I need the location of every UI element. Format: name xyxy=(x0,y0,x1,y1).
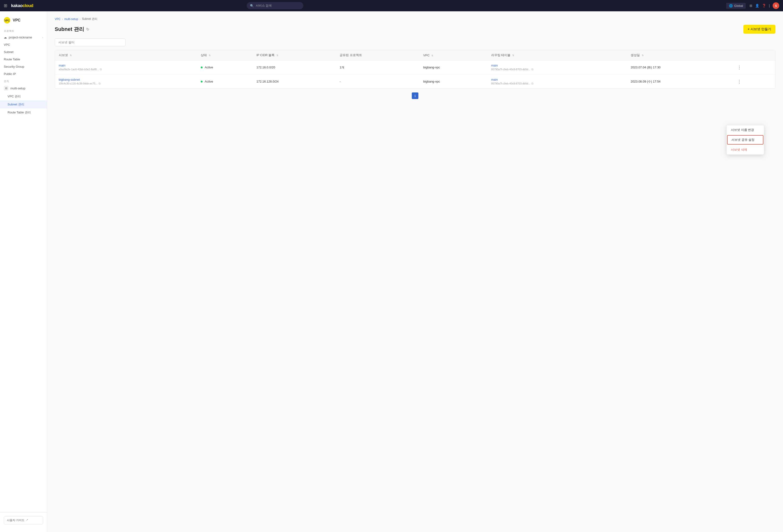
subnet-table: 서브넷 ⇅ 상태 ⇅ IP CIDR 블록 ⇅ 공유된 프로젝트 VPC ⇅ 라… xyxy=(55,50,776,89)
cell-cidr-1: 172.16.0.0/20 xyxy=(253,60,336,74)
breadcrumb-sep-1: › xyxy=(62,18,63,21)
table-row: main a0ed9a2e-1ac6-42bb-b3e2-fbdf8... ⧉ … xyxy=(55,60,775,74)
cell-subnet-1: main a0ed9a2e-1ac6-42bb-b3e2-fbdf8... ⧉ xyxy=(55,60,197,74)
context-menu-delete[interactable]: 서브넷 삭제 xyxy=(727,145,764,154)
top-navigation: ⊞ kakaocloud 🔍 서비스 검색 🌐 Global ⊞ 👤 ❓ | S xyxy=(0,0,783,11)
divider-icon: | xyxy=(769,4,770,7)
sidebar-label-subnet: Subnet xyxy=(4,50,13,54)
col-vpc[interactable]: VPC ⇅ xyxy=(419,50,488,60)
col-route[interactable]: 라우팅 테이블 ⇅ xyxy=(488,50,627,60)
region-selector[interactable]: 🌐 Global xyxy=(726,3,746,9)
context-menu: 서브넷 이름 변경 서브넷 공유 설정 서브넷 삭제 xyxy=(726,125,764,155)
sort-icon-status: ⇅ xyxy=(209,54,211,57)
layout-icon[interactable]: ⊞ xyxy=(750,4,752,7)
col-actions xyxy=(731,50,775,60)
app-logo: kakaocloud xyxy=(11,3,33,8)
page-header: Subnet 관리 ↻ + 서브넷 만들기 xyxy=(55,25,776,34)
sidebar-item-public-ip[interactable]: Public IP xyxy=(0,70,47,77)
search-placeholder: 서비스 검색 xyxy=(256,3,272,8)
page-title: Subnet 관리 ↻ xyxy=(55,26,89,33)
copy-icon-route-2[interactable]: ⧉ xyxy=(531,82,533,85)
more-button-1[interactable]: ⋮ xyxy=(735,64,743,71)
sidebar-item-subnet-mgmt[interactable]: Subnet 관리 xyxy=(0,100,47,108)
cell-actions-1: ⋮ xyxy=(731,60,775,74)
cell-actions-2: ⋮ xyxy=(731,74,775,89)
sidebar-item-subnet[interactable]: Subnet xyxy=(0,48,47,56)
sidebar-footer: 사용자 가이드 ↗ xyxy=(0,512,47,528)
copy-icon-1[interactable]: ⧉ xyxy=(100,68,102,71)
refresh-icon[interactable]: ↻ xyxy=(86,27,89,32)
page-button-1[interactable]: 1 xyxy=(412,92,418,99)
status-dot-2 xyxy=(201,81,202,83)
cell-subnet-2: bigbang-subnet 10fc4c30-c116-4c39-9dde-e… xyxy=(55,74,197,89)
subnet-link-main[interactable]: main xyxy=(59,64,65,67)
cell-status-2: Active xyxy=(197,74,253,89)
main-content: VPC › multi-setup › Subnet 관리 Subnet 관리 … xyxy=(47,11,783,532)
copy-icon-route-1[interactable]: ⧉ xyxy=(531,68,533,71)
search-bar[interactable]: 🔍 서비스 검색 xyxy=(247,2,303,9)
search-icon: 🔍 xyxy=(250,4,254,7)
topnav-right: 🌐 Global ⊞ 👤 ❓ | S xyxy=(726,2,779,9)
route-link-2[interactable]: main xyxy=(491,78,498,81)
cell-route-1: main 95790a7f-c9eb-40c8-8703-db5d... ⧉ xyxy=(488,60,627,74)
sidebar-item-security-group[interactable]: Security Group xyxy=(0,63,47,70)
route-link-1[interactable]: main xyxy=(491,64,498,67)
table-header: 서브넷 ⇅ 상태 ⇅ IP CIDR 블록 ⇅ 공유된 프로젝트 VPC ⇅ 라… xyxy=(55,50,775,60)
org-icon: ⊟ xyxy=(4,86,8,91)
cell-shared-1: 1개 xyxy=(336,60,419,74)
col-cidr[interactable]: IP CIDR 블록 ⇅ xyxy=(253,50,336,60)
subnet-link-bigbang[interactable]: bigbang-subnet xyxy=(59,78,80,81)
sidebar-label-subnet-mgmt: Subnet 관리 xyxy=(7,102,24,106)
sidebar-project-item[interactable]: ☁ project-nickname › xyxy=(0,34,47,41)
col-shared[interactable]: 공유된 프로젝트 xyxy=(336,50,419,60)
sidebar-org-item[interactable]: ⊟ multi-setup xyxy=(0,84,47,92)
copy-icon-2[interactable]: ⧉ xyxy=(99,82,101,85)
notification-icon[interactable]: 👤 xyxy=(755,4,759,7)
sidebar-label-routetable-mgmt: Route Table 관리 xyxy=(7,111,31,115)
col-status[interactable]: 상태 ⇅ xyxy=(197,50,253,60)
create-subnet-button[interactable]: + 서브넷 만들기 xyxy=(743,25,776,34)
filter-bar xyxy=(55,38,776,46)
svg-text:VPC: VPC xyxy=(4,19,10,22)
subnet-filter-input[interactable] xyxy=(55,38,125,46)
breadcrumb-multisetup[interactable]: multi-setup xyxy=(64,18,78,21)
route-id-1: 95790a7f-c9eb-40c8-8703-db5d... ⧉ xyxy=(491,68,623,71)
cell-shared-2: - xyxy=(336,74,419,89)
more-button-2[interactable]: ⋮ xyxy=(735,78,743,85)
sort-icon-cidr: ⇅ xyxy=(276,54,278,57)
help-icon[interactable]: ❓ xyxy=(762,4,766,7)
col-created[interactable]: 생성일 ⇅ xyxy=(627,50,731,60)
project-name: project-nickname xyxy=(9,36,32,39)
col-subnet[interactable]: 서브넷 ⇅ xyxy=(55,50,197,60)
sidebar-item-route-table[interactable]: Route Table xyxy=(0,56,47,63)
sidebar-logo-area: VPC VPC xyxy=(0,15,47,27)
cell-vpc-2: bigbang-vpc xyxy=(419,74,488,89)
context-menu-share[interactable]: 서브넷 공유 설정 xyxy=(727,135,763,145)
context-menu-rename[interactable]: 서브넷 이름 변경 xyxy=(727,125,764,135)
route-id-2: 95790a7f-c9eb-40c8-8703-db5d... ⧉ xyxy=(491,82,623,85)
region-label: Global xyxy=(734,4,743,7)
sidebar-item-vpc-mgmt[interactable]: VPC 관리 xyxy=(0,92,47,100)
user-avatar[interactable]: S xyxy=(773,2,779,9)
sort-icon-route: ⇅ xyxy=(512,54,514,57)
sort-icon-subnet: ⇅ xyxy=(70,54,72,57)
breadcrumb-current: Subnet 관리 xyxy=(82,17,97,21)
breadcrumb-vpc[interactable]: VPC xyxy=(55,18,61,21)
sidebar: VPC VPC 프로젝트 ☁ project-nickname › VPC Su… xyxy=(0,11,47,532)
sidebar-label-route-table: Route Table xyxy=(4,58,20,61)
user-guide-button[interactable]: 사용자 가이드 ↗ xyxy=(4,516,43,525)
sidebar-label-vpc-mgmt: VPC 관리 xyxy=(7,94,21,99)
sidebar-section-project: 프로젝트 xyxy=(0,27,47,34)
cell-vpc-1: bigbang-vpc xyxy=(419,60,488,74)
breadcrumb: VPC › multi-setup › Subnet 관리 xyxy=(55,17,776,21)
subnet-id-2: 10fc4c30-c116-4c39-9dde-ec75... ⧉ xyxy=(59,82,193,85)
status-dot-1 xyxy=(201,66,202,68)
sidebar-section-org: 조직 xyxy=(0,77,47,84)
grid-icon[interactable]: ⊞ xyxy=(4,3,7,8)
sort-icon-created: ⇅ xyxy=(642,54,644,57)
globe-icon: 🌐 xyxy=(729,4,733,7)
breadcrumb-sep-2: › xyxy=(80,18,81,21)
sidebar-item-vpc[interactable]: VPC xyxy=(0,41,47,48)
chevron-right-icon: › xyxy=(42,36,43,39)
sidebar-item-routetable-mgmt[interactable]: Route Table 관리 xyxy=(0,108,47,117)
